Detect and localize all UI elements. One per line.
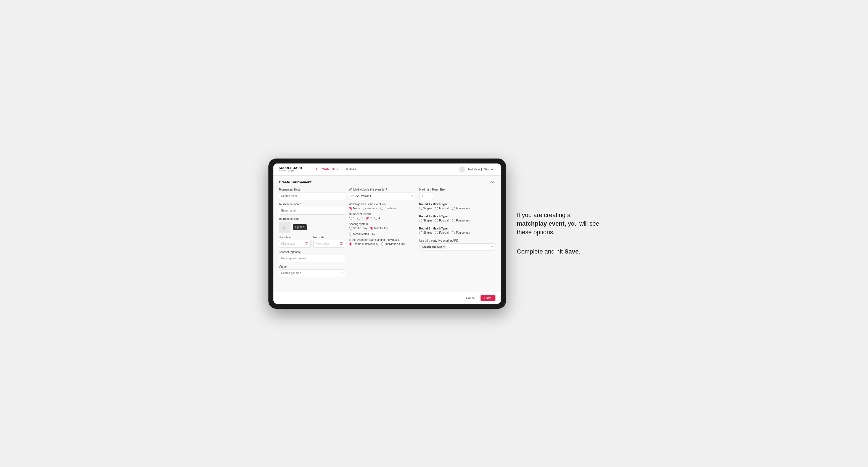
scoring-medal-label: Medal Match Play <box>353 232 375 236</box>
round3-fourball-radio[interactable] <box>435 231 438 234</box>
round2-singles-label: Singles <box>423 219 432 222</box>
round1-singles[interactable]: Singles <box>419 207 432 210</box>
gender-label: Which gender is the event for? <box>349 203 415 206</box>
individuals-option[interactable]: Individuals Only <box>381 243 405 246</box>
max-team-input[interactable] <box>419 192 433 200</box>
api-label: Use third-party live scoring API? <box>419 239 495 242</box>
calendar-icon-start: 📅 <box>305 242 308 245</box>
round1-foursomes[interactable]: Foursomes <box>452 207 470 210</box>
sponsor-input[interactable] <box>279 255 345 262</box>
round3-foursomes-radio[interactable] <box>452 231 455 234</box>
tournament-host-input[interactable] <box>279 192 345 200</box>
end-date-input[interactable]: Pick a date 📅 <box>313 240 345 248</box>
round-2[interactable]: 2 <box>358 217 363 220</box>
calendar-icon-end: 📅 <box>339 242 343 245</box>
round2-fourball[interactable]: Fourball <box>435 219 449 222</box>
page-footer: Cancel Save <box>273 292 501 304</box>
gender-radio-group: Mens Womens Combined <box>349 207 415 210</box>
tournament-logo-label: Tournament logo <box>279 217 345 220</box>
individuals-option-radio[interactable] <box>381 243 384 246</box>
cancel-button[interactable]: Cancel <box>463 295 478 301</box>
venue-dropdown-icon: ▼ <box>341 272 344 275</box>
individuals-option-label: Individuals Only <box>385 243 405 246</box>
gender-mens-radio[interactable] <box>349 207 352 210</box>
scoring-match[interactable]: Match Play <box>370 227 388 230</box>
round1-fourball-radio[interactable] <box>435 207 438 210</box>
round3-singles-radio[interactable] <box>419 231 422 234</box>
tournament-host-label: Tournament Host <box>279 188 345 191</box>
gender-combined-radio[interactable] <box>380 207 383 210</box>
tablet-screen: SCOREBOARD Powered by clippit TOURNAMENT… <box>273 163 501 304</box>
round2-foursomes-radio[interactable] <box>452 219 455 222</box>
round1-fourball[interactable]: Fourball <box>435 207 449 210</box>
round1-foursomes-radio[interactable] <box>452 207 455 210</box>
round1-fourball-label: Fourball <box>439 207 449 210</box>
round1-singles-radio[interactable] <box>419 207 422 210</box>
round-3[interactable]: 3 <box>366 217 372 220</box>
round3-fourball[interactable]: Fourball <box>435 231 449 234</box>
round-4[interactable]: 4 <box>374 217 380 220</box>
sign-out-link[interactable]: Sign out <box>484 168 495 171</box>
tournament-name-field: Tournament name <box>279 203 345 215</box>
round2-singles[interactable]: Singles <box>419 219 432 222</box>
round3-title: Round 3 - Match Type <box>419 227 495 230</box>
upload-button[interactable]: Upload <box>293 224 307 230</box>
round-1[interactable]: 1 <box>349 217 355 220</box>
teams-option-radio[interactable] <box>349 243 352 246</box>
round2-fourball-radio[interactable] <box>435 219 438 222</box>
tablet-frame: SCOREBOARD Powered by clippit TOURNAMENT… <box>269 158 506 309</box>
api-remove-icon[interactable]: × <box>443 246 445 248</box>
teams-option[interactable]: Teams (+Individuals) <box>349 243 379 246</box>
scoring-stroke-radio[interactable] <box>349 227 352 230</box>
round3-foursomes-label: Foursomes <box>456 231 470 234</box>
gender-combined[interactable]: Combined <box>380 207 397 210</box>
round2-foursomes-label: Foursomes <box>456 219 470 222</box>
start-date-input[interactable]: Pick a date 📅 <box>279 240 311 248</box>
tournament-name-input[interactable] <box>279 207 345 215</box>
svg-point-1 <box>284 226 284 227</box>
round1-radio-group: Singles Fourball Foursomes <box>419 207 495 210</box>
round3-singles-label: Singles <box>423 231 432 234</box>
round-2-radio[interactable] <box>358 217 361 220</box>
date-row: Start date Pick a date 📅 End date Pick a… <box>279 236 345 248</box>
page-header: Create Tournament ← Back <box>279 180 495 184</box>
brand-sub: Powered by clippit <box>279 169 302 172</box>
back-link[interactable]: ← Back <box>485 180 495 184</box>
venue-field: Venue ▼ <box>279 265 345 277</box>
nav-teams[interactable]: TEAMS <box>342 163 360 176</box>
round-4-radio[interactable] <box>374 217 377 220</box>
round3-singles[interactable]: Singles <box>419 231 432 234</box>
round-3-radio[interactable] <box>366 217 369 220</box>
start-date-field: Start date Pick a date 📅 <box>279 236 311 248</box>
scoring-stroke[interactable]: Stroke Play <box>349 227 367 230</box>
round-1-radio[interactable] <box>349 217 352 220</box>
round2-radio-group: Singles Fourball Foursomes <box>419 219 495 222</box>
round2-singles-radio[interactable] <box>419 219 422 222</box>
round3-fourball-label: Fourball <box>439 231 449 234</box>
teams-label: Is this event for Teams and/or Individua… <box>349 238 415 241</box>
round2-foursomes[interactable]: Foursomes <box>452 219 470 222</box>
scoring-medal[interactable]: Medal Match Play <box>349 232 375 236</box>
round3-foursomes[interactable]: Foursomes <box>452 231 470 234</box>
venue-input[interactable] <box>279 269 345 277</box>
annotation-bottom: Complete and hit Save. <box>517 247 600 256</box>
round1-foursomes-label: Foursomes <box>456 207 470 210</box>
gender-womens-radio[interactable] <box>363 207 366 210</box>
rounds-label: Number of rounds <box>349 213 415 216</box>
scoring-medal-radio[interactable] <box>349 232 352 236</box>
nav-tournaments[interactable]: TOURNAMENTS <box>310 163 342 176</box>
page-title: Create Tournament <box>279 180 312 184</box>
api-select-wrap[interactable]: Leaderboard King × ▼ <box>419 243 495 250</box>
division-select[interactable]: NCAA Division I <box>349 192 415 200</box>
save-button[interactable]: Save <box>480 295 495 301</box>
api-value: Leaderboard King <box>423 246 442 248</box>
round3-section: Round 3 - Match Type Singles Fourball <box>419 227 495 234</box>
annotation-bottom-post: . <box>579 248 580 255</box>
api-dropdown-icon: ▼ <box>491 246 494 248</box>
scoring-match-radio[interactable] <box>370 227 373 230</box>
form-body: Tournament Host Tournament name Tourname… <box>279 188 495 277</box>
gender-mens[interactable]: Mens <box>349 207 360 210</box>
api-tag: Leaderboard King × <box>421 245 446 249</box>
gender-womens[interactable]: Womens <box>363 207 377 210</box>
round1-section: Round 1 - Match Type Singles Fourball <box>419 203 495 210</box>
